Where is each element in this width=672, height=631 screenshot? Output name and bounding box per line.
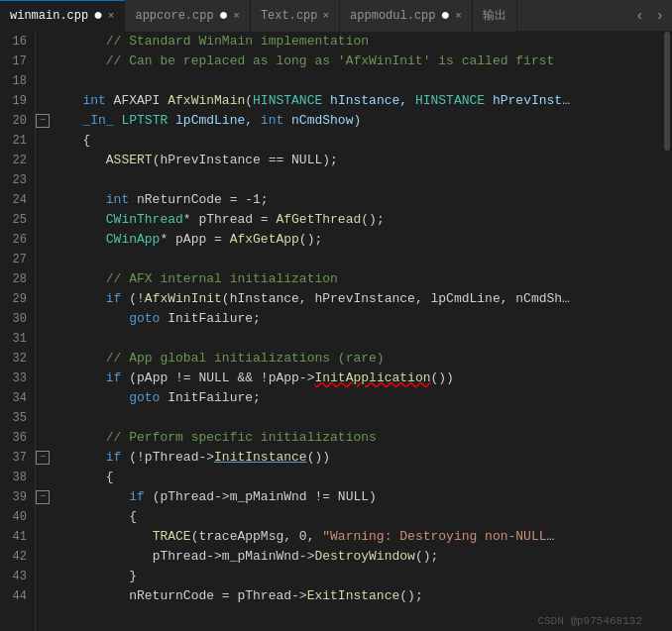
indent <box>59 131 82 151</box>
token: _In_ <box>82 111 121 131</box>
token: { <box>106 468 114 487</box>
fold-btn <box>36 289 52 309</box>
fold-btn <box>36 468 52 487</box>
line-number: 30 <box>4 309 27 329</box>
fold-icon[interactable]: − <box>36 114 50 128</box>
tab-winmaincpp[interactable]: winmain.cpp●× <box>0 0 125 32</box>
fold-btn[interactable]: − <box>36 448 52 468</box>
line-number: 28 <box>4 269 27 289</box>
fold-btn <box>36 190 52 210</box>
token: pThread->m_pMainWnd-> <box>153 547 315 567</box>
tab-bar: winmain.cpp●×appcore.cpp●×Text.cpp×appmo… <box>0 0 672 32</box>
fold-btn <box>36 428 52 448</box>
fold-btn <box>36 52 52 71</box>
line-number: 18 <box>4 71 27 91</box>
token: (); <box>361 210 384 230</box>
token: ; <box>253 388 261 408</box>
token: (pThread->m_pMainWnd != NULL) <box>145 487 377 507</box>
token: int <box>106 190 129 210</box>
token: ASSERT <box>106 151 153 170</box>
code-line: goto InitFailure; <box>59 309 662 329</box>
tab-label: winmain.cpp <box>10 9 88 23</box>
code-line: // Standard WinMain implementation <box>59 32 662 52</box>
code-line: nReturnCode = pThread->ExitInstance(); <box>59 586 662 606</box>
code-line: if (pThread->m_pMainWnd != NULL) <box>59 487 662 507</box>
fold-btn[interactable]: − <box>36 487 52 507</box>
fold-btn <box>36 349 52 368</box>
fold-icon[interactable]: − <box>36 451 50 465</box>
fold-icon[interactable]: − <box>36 490 50 504</box>
line-number: 32 <box>4 349 27 368</box>
code-line: goto InitFailure; <box>59 388 662 408</box>
tab-appmodulcpp[interactable]: appmodul.cpp●× <box>340 0 473 32</box>
indent <box>59 527 153 547</box>
token: // Perform specific initializations <box>106 428 377 448</box>
indent <box>59 309 129 329</box>
code-line <box>59 170 662 190</box>
fold-btn <box>36 91 52 111</box>
indent <box>59 547 153 567</box>
token: nReturnCode = -1; <box>129 190 268 210</box>
token: nReturnCode = pThread-> <box>129 586 306 606</box>
scrollbar-thumb[interactable] <box>664 32 670 151</box>
fold-btn <box>36 586 52 606</box>
scrollbar[interactable] <box>662 32 672 631</box>
line-number: 24 <box>4 190 27 210</box>
tab-next-btn[interactable]: › <box>652 6 668 26</box>
tab-label: appcore.cpp <box>135 9 213 23</box>
fold-btn <box>36 408 52 428</box>
token <box>160 388 168 408</box>
tab-close-btn[interactable]: × <box>455 10 462 22</box>
fold-btn <box>36 210 52 230</box>
token: hPrevInst <box>485 91 562 111</box>
token: … <box>562 91 570 111</box>
tab-container: winmain.cpp●×appcore.cpp●×Text.cpp×appmo… <box>0 0 517 32</box>
line-number: 21 <box>4 131 27 151</box>
token: (); <box>299 230 322 250</box>
tab-prev-btn[interactable]: ‹ <box>631 6 647 26</box>
token: (); <box>415 547 438 567</box>
line-number: 42 <box>4 547 27 567</box>
tab-close-btn[interactable]: × <box>322 10 329 22</box>
token: HINSTANCE <box>415 91 485 111</box>
tab-close-btn[interactable]: × <box>233 10 240 22</box>
code-line: CWinApp* pApp = AfxGetApp(); <box>59 230 662 250</box>
token <box>160 309 168 329</box>
token: ExitInstance <box>307 586 400 606</box>
token: InitFailure <box>168 309 253 329</box>
token: if <box>106 289 122 309</box>
token: AFXAPI <box>106 91 168 111</box>
fold-btn <box>36 329 52 349</box>
tab-输出[interactable]: 输出 <box>473 0 517 32</box>
code-area[interactable]: // Standard WinMain implementation // Ca… <box>52 32 662 631</box>
line-number: 31 <box>4 329 27 349</box>
code-line: // Perform specific initializations <box>59 428 662 448</box>
code-line: // Can be replaced as long as 'AfxWinIni… <box>59 52 662 71</box>
fold-btn <box>36 567 52 586</box>
tab-close-btn[interactable]: × <box>108 10 115 22</box>
token: AfxWinMain <box>168 91 245 111</box>
token: } <box>129 567 137 586</box>
code-line: if (!pThread->InitInstance()) <box>59 448 662 468</box>
code-line: ASSERT(hPrevInstance == NULL); <box>59 151 662 170</box>
indent <box>59 230 106 250</box>
line-number: 36 <box>4 428 27 448</box>
indent <box>59 567 129 586</box>
token: InitFailure <box>168 388 253 408</box>
fold-btn <box>36 131 52 151</box>
fold-btn <box>36 269 52 289</box>
token: AfxWinInit <box>145 289 222 309</box>
tab-Textcpp[interactable]: Text.cpp× <box>251 0 340 32</box>
indent <box>59 448 106 468</box>
fold-btn[interactable]: − <box>36 111 52 131</box>
tab-appcorecpp[interactable]: appcore.cpp●× <box>125 0 250 32</box>
token: { <box>129 507 137 527</box>
token: ( <box>245 91 253 111</box>
code-line <box>59 408 662 428</box>
line-number: 39 <box>4 487 27 507</box>
token: LPTSTR <box>121 111 168 131</box>
token: "Warning: Destroying non-NULL <box>322 527 546 547</box>
line-number: 44 <box>4 586 27 606</box>
indent <box>59 487 129 507</box>
token: (hInstance, hPrevInstance, lpCmdLine, nC… <box>222 289 562 309</box>
